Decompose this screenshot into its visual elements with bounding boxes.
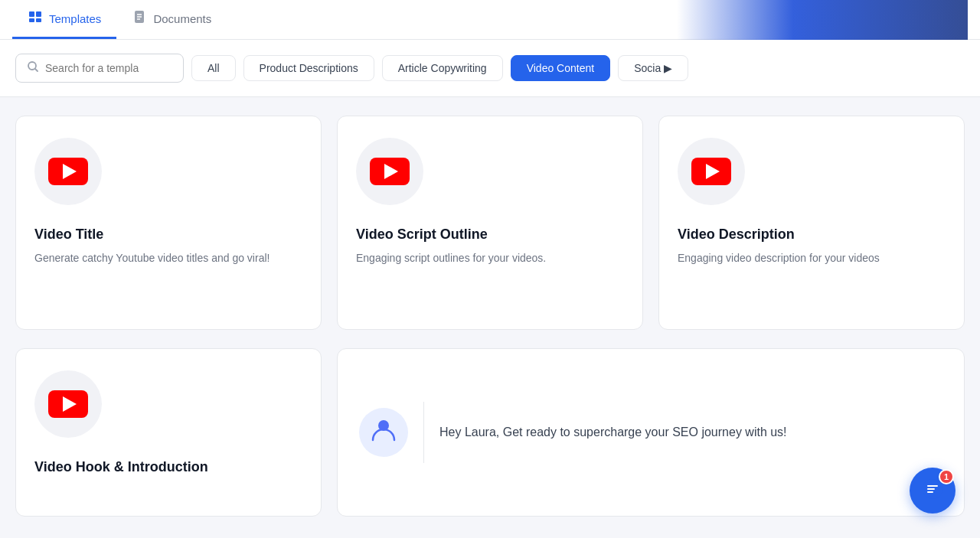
scroll-right-icon: ▶: [664, 62, 672, 74]
seo-avatar: [359, 408, 408, 457]
youtube-play-triangle: [63, 396, 77, 412]
filter-btn-product-descriptions[interactable]: Product Descriptions: [243, 55, 374, 81]
documents-icon: [132, 9, 147, 28]
svg-line-9: [35, 69, 38, 71]
card-icon-wrap: [34, 138, 102, 205]
cards-grid: Video Title Generate catchy Youtube vide…: [0, 97, 980, 348]
seo-notification-card: Hey Laura, Get ready to supercharge your…: [337, 348, 965, 517]
card-icon-wrap: [678, 138, 745, 205]
cards-grid-bottom: Video Hook & Introduction Hey Laura, Get…: [0, 348, 980, 532]
seo-notification-text: Hey Laura, Get ready to supercharge your…: [439, 423, 787, 442]
card-video-title[interactable]: Video Title Generate catchy Youtube vide…: [15, 116, 322, 330]
card-title: Video Title: [34, 227, 302, 243]
social-label: Socia: [634, 62, 661, 74]
search-icon: [27, 60, 39, 76]
svg-rect-1: [36, 11, 41, 17]
card-desc: Engaging script outlines for your videos…: [356, 250, 624, 266]
card-desc: Generate catchy Youtube video titles and…: [34, 250, 302, 266]
filter-btn-social[interactable]: Socia ▶: [618, 55, 688, 81]
youtube-play-triangle: [63, 164, 77, 179]
card-title: Video Hook & Introduction: [34, 459, 302, 475]
youtube-icon: [691, 158, 731, 185]
card-title: Video Description: [678, 227, 946, 243]
card-video-script-outline[interactable]: Video Script Outline Engaging script out…: [337, 116, 643, 330]
templates-icon: [28, 9, 43, 28]
filter-btn-video-content[interactable]: Video Content: [511, 55, 610, 81]
tab-templates-label: Templates: [49, 12, 101, 25]
filter-btn-all[interactable]: All: [191, 55, 236, 81]
tab-documents-label: Documents: [153, 12, 211, 25]
card-video-description[interactable]: Video Description Engaging video descrip…: [658, 116, 965, 330]
chat-fab-badge: 1: [939, 469, 954, 484]
youtube-icon: [48, 158, 88, 185]
search-input[interactable]: [45, 62, 168, 74]
card-desc: Engaging video description for your vide…: [678, 250, 946, 266]
filter-bar: All Product Descriptions Article Copywri…: [0, 40, 980, 97]
top-nav: Templates Documents: [0, 0, 980, 40]
tab-templates[interactable]: Templates: [12, 0, 116, 39]
search-box: [15, 54, 184, 83]
seo-divider: [423, 402, 424, 463]
card-icon-wrap: [356, 138, 423, 205]
tab-documents[interactable]: Documents: [116, 0, 227, 39]
youtube-icon: [48, 390, 88, 418]
youtube-icon: [370, 158, 410, 185]
youtube-play-triangle: [384, 164, 398, 179]
user-icon: [370, 416, 397, 449]
svg-rect-2: [29, 18, 34, 22]
svg-rect-3: [36, 18, 41, 22]
card-icon-wrap: [34, 370, 102, 438]
card-video-hook[interactable]: Video Hook & Introduction: [15, 348, 322, 517]
filter-btn-article-copywriting[interactable]: Article Copywriting: [382, 55, 503, 81]
svg-rect-0: [29, 11, 34, 17]
youtube-play-triangle: [706, 164, 720, 179]
card-title: Video Script Outline: [356, 227, 624, 243]
chat-fab-button[interactable]: 1: [910, 468, 956, 514]
top-gradient-decoration: [677, 0, 968, 40]
